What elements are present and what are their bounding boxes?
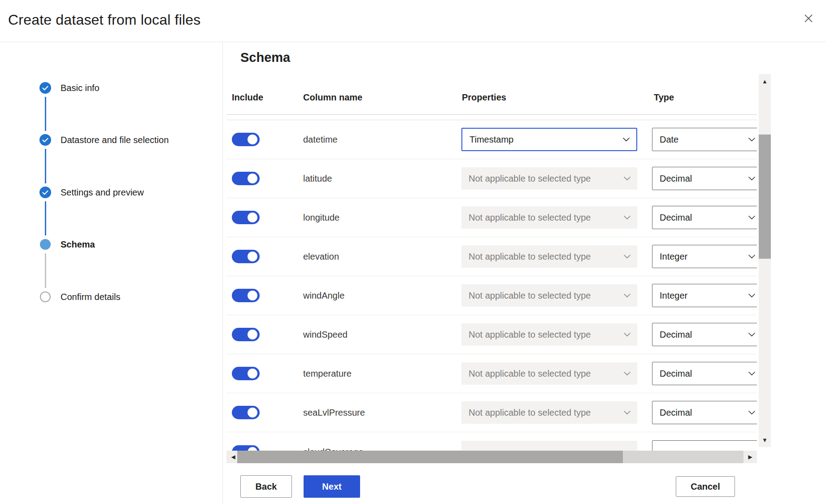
toggle-knob — [248, 291, 257, 300]
type-value: Integer — [660, 291, 687, 301]
chevron-down-icon — [748, 137, 756, 142]
chevron-down-icon — [623, 410, 631, 415]
include-toggle[interactable] — [232, 250, 260, 263]
chevron-down-icon — [748, 254, 756, 259]
stepper-connector — [45, 201, 46, 235]
column-header-properties: Properties — [462, 92, 506, 103]
next-button[interactable]: Next — [304, 475, 360, 498]
back-button[interactable]: Back — [240, 475, 292, 498]
scroll-down-arrow-icon[interactable]: ▼ — [759, 433, 771, 447]
stepper-item-basic-info[interactable]: Basic info — [39, 82, 100, 94]
chevron-down-icon — [623, 371, 631, 376]
toggle-knob — [248, 369, 257, 378]
properties-dropdown[interactable]: Not applicable to selected type — [461, 323, 637, 346]
properties-dropdown[interactable]: Not applicable to selected type — [461, 362, 637, 385]
step-label: Settings and preview — [61, 187, 144, 198]
dialog-title: Create dataset from local files — [8, 12, 201, 28]
include-toggle[interactable] — [232, 133, 260, 146]
include-toggle[interactable] — [232, 406, 260, 419]
vertical-scrollbar-thumb[interactable] — [759, 135, 771, 259]
column-name-label: elevation — [303, 252, 339, 262]
chevron-down-icon — [623, 332, 631, 337]
step-label: Schema — [61, 239, 95, 250]
properties-value: Timestamp — [470, 135, 513, 145]
vertical-scrollbar[interactable]: ▲ ▼ — [759, 74, 771, 447]
scroll-right-arrow-icon[interactable]: ▶ — [743, 451, 757, 463]
type-value: Decimal — [660, 174, 692, 184]
properties-dropdown[interactable]: Not applicable to selected type — [461, 245, 637, 268]
cancel-button[interactable]: Cancel — [676, 476, 735, 497]
type-value: Date — [660, 135, 678, 145]
include-toggle[interactable] — [232, 172, 260, 185]
include-toggle[interactable] — [232, 445, 260, 451]
properties-dropdown[interactable]: Not applicable to selected type — [461, 401, 637, 424]
close-icon — [804, 13, 813, 23]
step-label: Datastore and file selection — [61, 135, 169, 145]
chevron-down-icon — [748, 410, 756, 415]
type-dropdown[interactable]: Decimal — [652, 167, 757, 190]
type-dropdown[interactable]: Date — [652, 128, 757, 151]
properties-dropdown[interactable]: Not applicable to selected type — [461, 284, 637, 307]
toggle-knob — [248, 213, 257, 222]
stepper-item-schema[interactable]: Schema — [39, 239, 95, 250]
type-dropdown[interactable]: Decimal — [652, 323, 757, 346]
properties-dropdown[interactable] — [461, 441, 637, 451]
table-row: windAngle Not applicable to selected typ… — [226, 276, 757, 315]
properties-dropdown[interactable]: Timestamp — [461, 128, 637, 151]
chevron-down-icon — [623, 293, 631, 298]
type-value: Decimal — [660, 213, 692, 223]
table-row: elevation Not applicable to selected typ… — [226, 237, 757, 276]
column-name-label: temperature — [303, 369, 352, 379]
type-dropdown[interactable]: Decimal — [652, 362, 757, 385]
column-header-type: Type — [654, 92, 674, 103]
check-icon — [39, 134, 51, 146]
include-toggle[interactable] — [232, 211, 260, 224]
stepper-connector — [45, 253, 46, 288]
include-toggle[interactable] — [232, 367, 260, 380]
toggle-knob — [248, 252, 257, 261]
column-name-label: seaLvlPressure — [303, 408, 365, 418]
column-name-label: windSpeed — [303, 330, 348, 340]
type-dropdown[interactable]: Integer — [652, 245, 757, 268]
chevron-down-icon — [748, 215, 756, 220]
horizontal-scrollbar-thumb[interactable] — [237, 451, 623, 463]
properties-value: Not applicable to selected type — [469, 330, 591, 340]
stepper-item-datastore-and-file-selection[interactable]: Datastore and file selection — [39, 134, 169, 146]
check-icon — [39, 82, 51, 94]
column-header-include: Include — [232, 92, 263, 103]
properties-value: Not applicable to selected type — [469, 252, 591, 262]
column-name-label: windAngle — [303, 291, 344, 301]
close-button[interactable] — [800, 10, 817, 27]
column-name-label: latitude — [303, 174, 332, 184]
chevron-down-icon — [623, 254, 631, 259]
properties-dropdown[interactable]: Not applicable to selected type — [461, 206, 637, 229]
properties-dropdown[interactable]: Not applicable to selected type — [461, 167, 637, 190]
chevron-down-icon — [748, 176, 756, 181]
type-value: Decimal — [660, 330, 692, 340]
type-dropdown[interactable]: Integer — [652, 284, 757, 307]
type-dropdown[interactable]: Decimal — [652, 206, 757, 229]
column-name-label: cloudCoverage — [303, 447, 364, 451]
table-row: latitude Not applicable to selected type… — [226, 159, 757, 198]
include-toggle[interactable] — [232, 289, 260, 302]
table-row: longitude Not applicable to selected typ… — [226, 198, 757, 237]
properties-value: Not applicable to selected type — [469, 174, 591, 184]
empty-step-icon — [40, 291, 51, 302]
page-title: Schema — [240, 50, 290, 65]
type-dropdown[interactable]: Decimal — [652, 401, 757, 424]
stepper-item-confirm-details[interactable]: Confirm details — [39, 291, 120, 303]
properties-value: Not applicable to selected type — [469, 291, 591, 301]
include-toggle[interactable] — [232, 328, 260, 341]
type-dropdown[interactable] — [652, 440, 757, 451]
dialog-header: Create dataset from local files — [0, 0, 826, 42]
chevron-down-icon — [622, 137, 630, 142]
stepper-item-settings-and-preview[interactable]: Settings and preview — [39, 187, 144, 198]
horizontal-scrollbar[interactable]: ◀ ▶ — [226, 451, 757, 463]
current-step-icon — [40, 239, 51, 250]
scroll-up-arrow-icon[interactable]: ▲ — [759, 74, 771, 88]
step-label: Basic info — [61, 83, 100, 93]
table-row: datetime Timestamp Date — [226, 120, 757, 159]
column-name-label: longitude — [303, 213, 339, 223]
check-icon — [39, 187, 51, 198]
properties-value: Not applicable to selected type — [469, 408, 591, 418]
